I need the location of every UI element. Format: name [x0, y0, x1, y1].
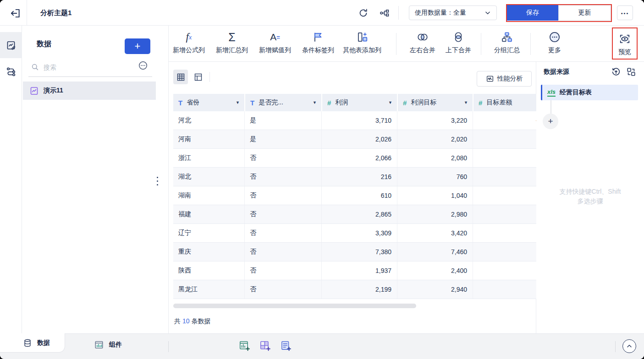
- number-type-icon: [327, 99, 331, 107]
- lineage-button[interactable]: [379, 8, 390, 19]
- cell-profit-target: 2,020: [397, 130, 473, 148]
- exit-icon: [9, 7, 21, 19]
- exit-button[interactable]: [9, 7, 21, 19]
- preview-eye-icon: [619, 31, 631, 47]
- grid-view-icon: [176, 72, 186, 82]
- toolbar-item-preview[interactable]: 预览: [618, 31, 631, 56]
- chart-doc-icon: [29, 86, 39, 96]
- toolbar-item-assign-column[interactable]: A= 新增赋值列: [259, 29, 291, 54]
- cell-profit-target: 760: [397, 168, 473, 186]
- swap-icon: [626, 67, 636, 77]
- toolbar-divider: [396, 33, 396, 55]
- tab-components[interactable]: 组件: [94, 340, 122, 350]
- table-row: 湖北 否 216 760 544: [173, 168, 536, 186]
- table-body: 河北 是 3,710 3,220 -490 河南 是 2,026 2,020 -…: [173, 111, 536, 299]
- rail-item-steps[interactable]: [0, 58, 22, 84]
- cell-completed: 否: [244, 224, 321, 242]
- data-volume-label: 使用数据量：全量: [415, 9, 484, 17]
- column-header-province[interactable]: 省份: [173, 94, 244, 111]
- search-input[interactable]: [44, 64, 152, 71]
- table-row: 重庆 否 7,380 7,460 80: [173, 243, 536, 261]
- search-icon: [31, 63, 39, 71]
- search-box: [28, 58, 152, 77]
- number-type-icon: [403, 99, 407, 107]
- refresh-button[interactable]: [358, 8, 369, 19]
- add-report-button[interactable]: [280, 340, 292, 352]
- tab-data[interactable]: 数据: [0, 333, 65, 353]
- save-button[interactable]: 保存: [507, 5, 558, 21]
- step-connector: [550, 100, 551, 114]
- dataset-item[interactable]: 演示11: [23, 82, 156, 100]
- toolbar-divider: [481, 33, 481, 55]
- dataset-item-label: 演示11: [44, 87, 63, 95]
- panel-resize-handle[interactable]: [156, 177, 159, 186]
- more-circle-icon: [549, 29, 561, 45]
- add-dataset-button[interactable]: [125, 38, 150, 54]
- toolbar-item-summary-column[interactable]: 新增汇总列: [216, 29, 248, 54]
- merge-top-bottom-icon: [452, 29, 465, 45]
- chevron-up-icon: [626, 343, 633, 350]
- cell-profit: 7,380: [321, 243, 397, 261]
- data-volume-dropdown[interactable]: 使用数据量：全量: [409, 5, 497, 20]
- annotation-box-preview: 预览: [612, 27, 638, 60]
- collapse-panel-button[interactable]: [622, 339, 636, 353]
- toolbar-item-condition-tag-column[interactable]: 条件标签列: [302, 29, 334, 54]
- cell-completed: 是: [244, 130, 321, 148]
- cell-province: 河南: [173, 130, 244, 148]
- performance-analysis-button[interactable]: 性能分析: [477, 71, 532, 87]
- group-summary-icon: [501, 29, 513, 45]
- toolbar-item-merge-top-bottom[interactable]: 上下合并: [446, 29, 471, 54]
- column-header-profit[interactable]: 利润: [321, 94, 397, 111]
- add-step-button[interactable]: [543, 114, 558, 129]
- cell-completed: 否: [244, 149, 321, 167]
- column-header-completed[interactable]: 是否完...: [244, 94, 321, 111]
- topbar-divider: [27, 0, 27, 26]
- cell-target-gap: 463: [473, 261, 536, 280]
- flag-icon: [312, 29, 324, 45]
- rail-item-edit[interactable]: [0, 32, 22, 58]
- toolbar-item-merge-left-right[interactable]: 左右合并: [410, 29, 435, 54]
- steps-flow-icon: [6, 66, 17, 77]
- add-chart-button[interactable]: [238, 340, 250, 352]
- cell-profit-target: 2,940: [397, 280, 473, 299]
- update-button[interactable]: 更新: [558, 5, 611, 21]
- topbar-divider-2: [398, 6, 399, 20]
- search-more-button[interactable]: [138, 60, 148, 71]
- horizontal-scrollbar[interactable]: [173, 304, 416, 308]
- cell-target-gap: 111: [473, 224, 536, 242]
- column-header-profit-target[interactable]: 利润目标: [397, 94, 473, 111]
- add-column-icon: [356, 29, 368, 45]
- flow-branch-icon: [379, 8, 390, 18]
- data-sidebar: 数据 演示11: [22, 26, 169, 333]
- caret-down-icon: [388, 100, 392, 105]
- view-toggle-divider: [209, 72, 210, 82]
- edit-board-icon: [6, 40, 17, 51]
- cell-province: 湖南: [173, 186, 244, 205]
- cell-completed: 否: [244, 243, 321, 261]
- source-step-item[interactable]: xls 经营目标表: [541, 85, 638, 100]
- add-dashboard-button[interactable]: [259, 340, 271, 352]
- column-header-target-gap[interactable]: 目标差额: [473, 94, 536, 111]
- history-button[interactable]: [611, 67, 621, 77]
- toolbar-item-group-summary[interactable]: 分组汇总: [494, 29, 520, 54]
- swap-steps-button[interactable]: [626, 67, 636, 77]
- cell-target-gap: 14: [473, 149, 536, 167]
- cell-target-gap: 544: [473, 168, 536, 186]
- toolbar-item-more[interactable]: 更多: [548, 29, 561, 54]
- view-layout-button[interactable]: [191, 70, 205, 84]
- view-grid-button[interactable]: [173, 70, 188, 84]
- cell-completed: 否: [244, 261, 321, 280]
- cell-profit: 2,199: [321, 280, 397, 299]
- number-type-icon: [479, 99, 482, 107]
- toolbar-item-add-column-other-table[interactable]: 其他表添加列: [343, 29, 381, 54]
- cell-completed: 否: [244, 186, 321, 205]
- fx-icon: fx: [186, 29, 192, 45]
- history-icon: [611, 67, 621, 77]
- data-source-panel: 数据来源 xls 经营目标表 支: [536, 62, 644, 333]
- bottom-bar: 数据 组件: [0, 333, 644, 359]
- cell-province: 黑龙江: [173, 280, 244, 299]
- topbar-more-button[interactable]: [617, 5, 633, 20]
- table-row: 陕西 否 1,937 2,400 463: [173, 261, 536, 280]
- cell-target-gap: -6: [473, 130, 536, 148]
- toolbar-item-formula-column[interactable]: fx 新增公式列: [173, 29, 205, 54]
